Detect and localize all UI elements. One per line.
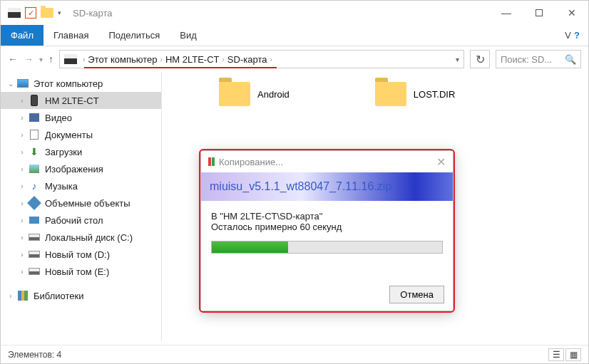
tab-view[interactable]: Вид [170, 25, 207, 46]
maximize-button[interactable] [523, 1, 555, 25]
folder-label: Android [257, 89, 290, 100]
tree-item-documents[interactable]: › Документы [1, 126, 161, 143]
folder-icon [375, 82, 406, 106]
libraries-icon [18, 291, 28, 301]
ribbon-expand-icon[interactable]: ᐯ [565, 30, 571, 41]
tree-label: Объемные объекты [45, 198, 130, 209]
tab-share[interactable]: Поделиться [98, 25, 170, 46]
address-dropdown-icon[interactable]: ▾ [456, 56, 459, 63]
tree-item-drive-c[interactable]: › Локальный диск (C:) [1, 229, 161, 246]
tree-label: Документы [45, 130, 93, 140]
address-bar[interactable]: › Этот компьютер › HM 2LTE-CT › SD-карта… [59, 50, 464, 68]
progress-fill [212, 241, 288, 253]
nav-history-dropdown[interactable]: ▾ [39, 56, 43, 63]
ribbon-help-icon[interactable]: ? [574, 30, 580, 41]
tree-label: HM 2LTE-CT [45, 95, 99, 106]
ribbon-tabs: Файл Главная Поделиться Вид ᐯ ? [1, 25, 588, 46]
tree-label: Локальный диск (C:) [45, 232, 133, 243]
tree-label: Новый том (D:) [45, 249, 110, 260]
chevron-right-icon[interactable]: › [16, 234, 28, 241]
folder-label: LOST.DIR [414, 89, 456, 100]
tree-item-drive-e[interactable]: › Новый том (E:) [1, 263, 161, 280]
copy-filename: miuisu_v5.1.1_wt88047_7.11.16.zip [210, 180, 391, 193]
nav-forward-button[interactable]: → [24, 53, 34, 65]
window-title: SD-карта [73, 8, 113, 19]
chevron-right-icon[interactable]: › [158, 56, 165, 63]
annotation-underline [84, 67, 277, 68]
breadcrumb-segment[interactable]: HM 2LTE-CT [165, 54, 220, 65]
tree-label: Музыка [45, 181, 78, 192]
status-bar: Элементов: 4 ☰ ▦ [1, 345, 588, 363]
chevron-right-icon[interactable]: › [16, 268, 28, 276]
copy-dialog: Копирование... ✕ miuisu_v5.1.1_wt88047_7… [200, 150, 454, 311]
tree-item-music[interactable]: › ♪ Музыка [1, 177, 161, 194]
3d-icon [27, 196, 41, 210]
cancel-button[interactable]: Отмена [389, 286, 444, 303]
tree-label: Этот компьютер [34, 78, 103, 89]
dialog-banner: miuisu_v5.1.1_wt88047_7.11.16.zip [201, 172, 453, 201]
chevron-right-icon[interactable]: › [16, 165, 28, 173]
tree-sidebar[interactable]: ⌄ Этот компьютер › HM 2LTE-CT › Видео › … [1, 72, 162, 341]
qat-folder-icon[interactable] [41, 8, 53, 18]
download-icon: ⬇ [28, 146, 41, 157]
chevron-down-icon[interactable]: ⌄ [5, 80, 16, 88]
breadcrumb-segment[interactable]: SD-карта [227, 54, 267, 65]
title-bar: ✓ ▾ SD-карта — ✕ [1, 1, 588, 25]
nav-back-button[interactable]: ← [8, 53, 18, 65]
chevron-right-icon[interactable]: › [220, 56, 227, 63]
music-icon: ♪ [28, 180, 41, 192]
close-button[interactable]: ✕ [555, 1, 588, 25]
nav-up-button[interactable]: ↑ [48, 53, 53, 65]
desktop-icon [29, 217, 39, 224]
tree-label: Библиотеки [34, 291, 83, 301]
pc-icon [17, 79, 29, 88]
qat-dropdown-icon[interactable]: ▾ [58, 9, 61, 16]
document-icon [30, 130, 39, 140]
tree-item-3d[interactable]: › Объемные объекты [1, 194, 161, 212]
refresh-button[interactable]: ↻ [470, 50, 490, 68]
search-icon: 🔍 [565, 54, 576, 65]
tab-file[interactable]: Файл [1, 25, 43, 46]
chevron-right-icon[interactable]: › [5, 292, 16, 300]
chevron-right-icon[interactable]: › [16, 199, 28, 207]
folder-icon [219, 82, 250, 106]
tree-item-desktop[interactable]: › Рабочий стол [1, 212, 161, 229]
tree-label: Рабочий стол [45, 215, 103, 226]
chevron-right-icon[interactable]: › [16, 148, 28, 156]
phone-icon [31, 95, 38, 106]
folder-item[interactable]: Android [219, 82, 290, 106]
chevron-right-icon[interactable]: › [16, 131, 28, 139]
copy-destination: В "HM 2LTE-CT\SD-карта" [211, 211, 443, 222]
tree-label: Загрузки [45, 147, 82, 157]
minimize-button[interactable]: — [490, 1, 523, 25]
chevron-right-icon[interactable]: › [80, 56, 88, 63]
qat-properties-icon[interactable]: ✓ [25, 7, 36, 19]
chevron-right-icon[interactable]: › [16, 97, 28, 105]
tree-item-drive-d[interactable]: › Новый том (D:) [1, 246, 161, 263]
chevron-right-icon[interactable]: › [16, 251, 28, 259]
tree-item-videos[interactable]: › Видео [1, 109, 161, 126]
chevron-right-icon[interactable]: › [16, 114, 28, 122]
dialog-close-button[interactable]: ✕ [436, 155, 446, 169]
folder-item[interactable]: LOST.DIR [375, 82, 456, 106]
search-input[interactable]: Поиск: SD... 🔍 [496, 50, 581, 68]
pictures-icon [29, 165, 39, 173]
tree-item-pictures[interactable]: › Изображения [1, 160, 161, 177]
tab-home[interactable]: Главная [43, 25, 98, 46]
chevron-right-icon[interactable]: › [267, 56, 275, 63]
search-placeholder: Поиск: SD... [501, 54, 552, 65]
tree-item-device[interactable]: › HM 2LTE-CT [1, 92, 161, 109]
chevron-right-icon[interactable]: › [16, 182, 28, 190]
view-icons-button[interactable]: ▦ [565, 348, 581, 361]
tree-label: Видео [45, 113, 72, 123]
view-details-button[interactable]: ☰ [548, 348, 564, 361]
tree-label: Изображения [45, 164, 103, 175]
chevron-right-icon[interactable]: › [16, 217, 28, 224]
drive-icon [29, 234, 40, 241]
dialog-titlebar[interactable]: Копирование... ✕ [201, 151, 453, 172]
tree-this-pc[interactable]: ⌄ Этот компьютер [1, 75, 161, 92]
tree-item-downloads[interactable]: › ⬇ Загрузки [1, 143, 161, 160]
tree-libraries[interactable]: › Библиотеки [1, 287, 161, 304]
breadcrumb-segment[interactable]: Этот компьютер [88, 54, 157, 65]
drive-icon [29, 251, 40, 258]
